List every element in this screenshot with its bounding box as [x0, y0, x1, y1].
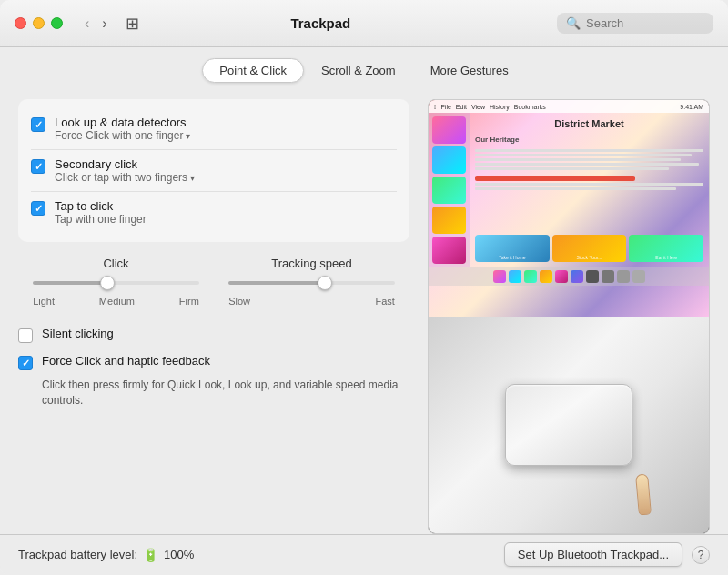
preview-section-title: Our Heritage — [475, 136, 703, 144]
option-silent: Silent clicking — [18, 321, 410, 347]
option-force-click-title: Force Click and haptic feedback — [42, 354, 210, 368]
option-secondary-text: Secondary click Click or tap with two fi… — [55, 157, 195, 184]
option-lookup-title: Look up & data detectors — [55, 116, 190, 129]
dock-icon-1 — [493, 270, 506, 283]
click-slider-thumb[interactable] — [100, 276, 115, 290]
option-tap-click: Tap to click Tap with one finger — [31, 191, 397, 233]
checkbox-secondary[interactable] — [31, 159, 46, 174]
dock-icon-2 — [509, 270, 521, 283]
dock-icon-7 — [586, 270, 599, 283]
trackpad-device — [505, 384, 632, 466]
checkbox-silent[interactable] — [18, 328, 33, 343]
preview-sidebar — [429, 113, 470, 267]
tracking-slider-labels: Slow Fast — [228, 296, 395, 307]
chevron-down-icon: ▾ — [190, 173, 195, 183]
option-secondary-subtitle[interactable]: Click or tap with two fingers ▾ — [55, 171, 195, 184]
bottom-options: Silent clicking Force Click and haptic f… — [18, 318, 410, 409]
fake-dock — [429, 267, 709, 286]
checkbox-force-click[interactable] — [18, 356, 33, 370]
window-title: Trackpad — [96, 15, 546, 31]
options-section: Look up & data detectors Force Click wit… — [18, 99, 410, 242]
left-panel: Look up & data detectors Force Click wit… — [18, 92, 410, 534]
sliders-section: Click Light Medium Firm Tracking speed — [18, 246, 410, 314]
click-slider-label: Click — [103, 257, 128, 270]
back-button[interactable]: ‹ — [81, 14, 93, 34]
battery-label: Trackpad battery level: 🔋 100% — [18, 548, 194, 562]
option-tap-click-title: Tap to click — [55, 199, 147, 213]
sidebar-thumb-5 — [432, 237, 466, 264]
sidebar-thumb-4 — [432, 207, 466, 234]
fake-text-content — [475, 149, 703, 190]
dock-icon-9 — [617, 270, 630, 283]
sidebar-thumb-3 — [432, 177, 466, 204]
option-secondary-title: Secondary click — [55, 157, 195, 171]
chevron-down-icon: ▾ — [186, 131, 190, 141]
right-panel:  FileEditViewHistoryBookmarks 9:41 AM — [428, 92, 710, 534]
dock-icon-3 — [524, 270, 537, 283]
preview-trackpad — [429, 317, 709, 533]
maximize-button[interactable] — [51, 17, 63, 29]
dock-icon-4 — [540, 270, 552, 283]
tab-scroll-zoom[interactable]: Scroll & Zoom — [304, 58, 413, 83]
preview-screen:  FileEditViewHistoryBookmarks 9:41 AM — [429, 100, 709, 317]
setup-bluetooth-button[interactable]: Set Up Bluetooth Trackpad... — [504, 542, 682, 567]
help-button[interactable]: ? — [692, 546, 710, 564]
main-content: Look up & data detectors Force Click wit… — [0, 92, 728, 534]
option-secondary: Secondary click Click or tap with two fi… — [31, 149, 397, 191]
checkbox-lookup[interactable] — [31, 117, 46, 132]
option-silent-title: Silent clicking — [42, 327, 114, 340]
dock-icon-6 — [571, 270, 583, 283]
titlebar: ‹ › ⊞ Trackpad 🔍 — [0, 0, 728, 47]
battery-icon: 🔋 — [143, 548, 158, 562]
tracking-slider-label: Tracking speed — [271, 257, 351, 270]
checkbox-tap-click[interactable] — [31, 201, 46, 216]
hand-icon — [635, 473, 652, 515]
dock-icon-8 — [602, 270, 614, 283]
preview-main-area: District Market Our Heritage — [470, 113, 709, 267]
click-slider-group: Click Light Medium Firm — [18, 257, 214, 307]
option-tap-click-subtitle: Tap with one finger — [55, 213, 147, 226]
traffic-lights — [15, 17, 63, 29]
search-box[interactable]: 🔍 — [557, 13, 713, 34]
battery-percentage: 100% — [164, 548, 194, 561]
search-input[interactable] — [586, 16, 704, 30]
sidebar-thumb-2 — [432, 146, 466, 174]
option-lookup: Look up & data detectors Force Click wit… — [31, 108, 397, 149]
dock-icon-10 — [632, 270, 645, 283]
tab-point-click[interactable]: Point & Click — [202, 58, 304, 83]
tracking-slider-thumb[interactable] — [318, 276, 332, 290]
dock-icon-5 — [555, 270, 568, 283]
click-slider-labels: Light Medium Firm — [33, 296, 199, 307]
minimize-button[interactable] — [33, 17, 45, 29]
sidebar-thumb-1 — [432, 116, 466, 144]
option-lookup-subtitle[interactable]: Force Click with one finger ▾ — [55, 129, 190, 142]
option-force-click-description: Click then press firmly for Quick Look, … — [42, 378, 410, 409]
fake-menubar:  FileEditViewHistoryBookmarks 9:41 AM — [429, 100, 709, 113]
option-tap-click-text: Tap to click Tap with one finger — [55, 199, 147, 226]
option-force-click: Force Click and haptic feedback — [18, 348, 410, 374]
tab-bar: Point & Click Scroll & Zoom More Gesture… — [0, 47, 728, 92]
tab-more-gestures[interactable]: More Gestures — [413, 58, 526, 83]
preview-screen-title: District Market — [475, 118, 703, 129]
search-icon: 🔍 — [566, 16, 581, 30]
statusbar: Trackpad battery level: 🔋 100% Set Up Bl… — [0, 534, 728, 574]
option-lookup-text: Look up & data detectors Force Click wit… — [55, 116, 190, 142]
tracking-slider-group: Tracking speed Slow Fast — [214, 257, 410, 307]
preview-container:  FileEditViewHistoryBookmarks 9:41 AM — [428, 99, 710, 534]
close-button[interactable] — [15, 17, 26, 29]
